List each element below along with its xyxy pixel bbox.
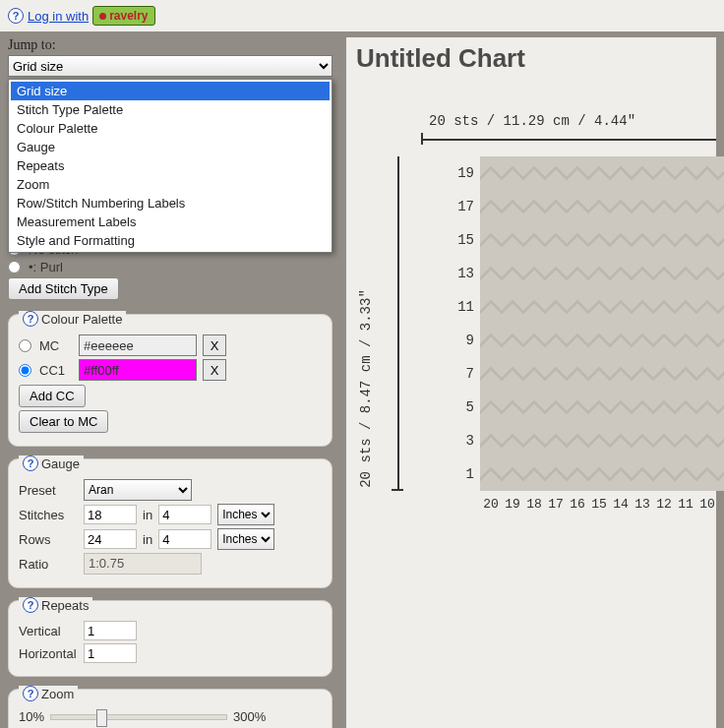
chart-cell[interactable] [523,357,545,391]
login-link[interactable]: Log in with [28,9,89,24]
chart-cell[interactable] [610,424,632,457]
vertical-input[interactable] [84,621,137,640]
help-icon[interactable]: ? [23,686,38,701]
chart-cell[interactable] [588,156,610,190]
help-icon[interactable]: ? [23,311,38,327]
chart-cell[interactable] [653,324,675,357]
help-icon[interactable]: ? [23,597,38,613]
rows-unit-select[interactable]: Inches [217,528,274,550]
jump-option-row-stitch-labels[interactable]: Row/Stitch Numbering Labels [11,194,330,212]
chart-cell[interactable] [523,156,545,190]
chart-cell[interactable] [480,324,502,357]
chart-cell[interactable] [545,156,567,190]
chart-cell[interactable] [588,190,610,223]
chart-cell[interactable] [632,357,653,391]
ravelry-badge[interactable]: ravelry [92,6,154,26]
chart-cell[interactable] [523,290,545,324]
chart-cell[interactable] [718,290,724,324]
chart-cell[interactable] [675,357,696,391]
chart-cell[interactable] [696,290,718,324]
horizontal-input[interactable] [84,643,137,663]
chart-cell[interactable] [675,457,696,491]
chart-cell[interactable] [610,223,632,257]
chart-cell[interactable] [675,156,696,190]
chart-cell[interactable] [588,391,610,424]
chart-cell[interactable] [696,324,718,357]
chart-cell[interactable] [675,257,696,290]
chart-cell[interactable] [696,391,718,424]
cc1-radio[interactable] [19,364,31,377]
chart-cell[interactable] [632,190,653,223]
chart-cell[interactable] [718,223,724,257]
chart-cell[interactable] [523,424,545,457]
chart-cell[interactable] [545,190,567,223]
chart-cell[interactable] [480,357,502,391]
chart-cell[interactable] [502,190,523,223]
jump-option-measurement[interactable]: Measurement Labels [11,212,330,231]
chart-cell[interactable] [480,290,502,324]
chart-cell[interactable] [632,324,653,357]
chart-cell[interactable] [718,357,724,391]
chart-cell[interactable] [588,457,610,491]
chart-cell[interactable] [567,257,588,290]
stitches-input[interactable] [84,505,137,524]
chart-cell[interactable] [567,457,588,491]
chart-cell[interactable] [588,424,610,457]
chart-cell[interactable] [653,357,675,391]
jump-option-grid-size[interactable]: Grid size [11,82,330,100]
chart-grid[interactable]: 191715131197531 [447,156,716,491]
rows-input[interactable] [84,529,137,549]
jump-option-repeats[interactable]: Repeats [11,156,330,175]
chart-cell[interactable] [675,190,696,223]
jump-option-gauge[interactable]: Gauge [11,138,330,156]
mc-radio[interactable] [19,339,31,352]
chart-cell[interactable] [588,324,610,357]
mc-clear-button[interactable]: X [203,334,226,356]
chart-cell[interactable] [567,357,588,391]
chart-cell[interactable] [632,391,653,424]
chart-cell[interactable] [610,156,632,190]
help-icon[interactable]: ? [8,8,24,24]
chart-cell[interactable] [610,190,632,223]
chart-cell[interactable] [588,257,610,290]
chart-cell[interactable] [480,223,502,257]
chart-cell[interactable] [696,457,718,491]
chart-cell[interactable] [610,290,632,324]
chart-cell[interactable] [632,257,653,290]
chart-cell[interactable] [653,457,675,491]
chart-cell[interactable] [567,324,588,357]
chart-cell[interactable] [653,257,675,290]
chart-cell[interactable] [675,324,696,357]
zoom-slider-thumb[interactable] [96,709,107,727]
chart-cell[interactable] [696,190,718,223]
cc1-clear-button[interactable]: X [203,359,226,381]
chart-cell[interactable] [718,391,724,424]
chart-cell[interactable] [588,357,610,391]
stitches-per-input[interactable] [158,505,211,524]
chart-cell[interactable] [653,223,675,257]
chart-cell[interactable] [502,424,523,457]
chart-cell[interactable] [696,357,718,391]
chart-cell[interactable] [718,424,724,457]
chart-cell[interactable] [567,190,588,223]
jump-option-colour-palette[interactable]: Colour Palette [11,119,330,138]
zoom-slider[interactable] [50,714,227,720]
chart-cell[interactable] [545,257,567,290]
chart-cell[interactable] [718,324,724,357]
chart-cell[interactable] [523,223,545,257]
chart-cell[interactable] [632,290,653,324]
chart-cell[interactable] [588,290,610,324]
chart-cell[interactable] [502,357,523,391]
chart-cell[interactable] [610,457,632,491]
chart-cell[interactable] [502,290,523,324]
chart-cell[interactable] [567,223,588,257]
chart-cell[interactable] [523,391,545,424]
chart-cell[interactable] [632,457,653,491]
chart-cell[interactable] [675,290,696,324]
chart-cell[interactable] [523,457,545,491]
chart-cell[interactable] [480,190,502,223]
jump-option-style[interactable]: Style and Formatting [11,231,330,250]
chart-cell[interactable] [523,190,545,223]
chart-cell[interactable] [675,424,696,457]
chart-cell[interactable] [545,223,567,257]
